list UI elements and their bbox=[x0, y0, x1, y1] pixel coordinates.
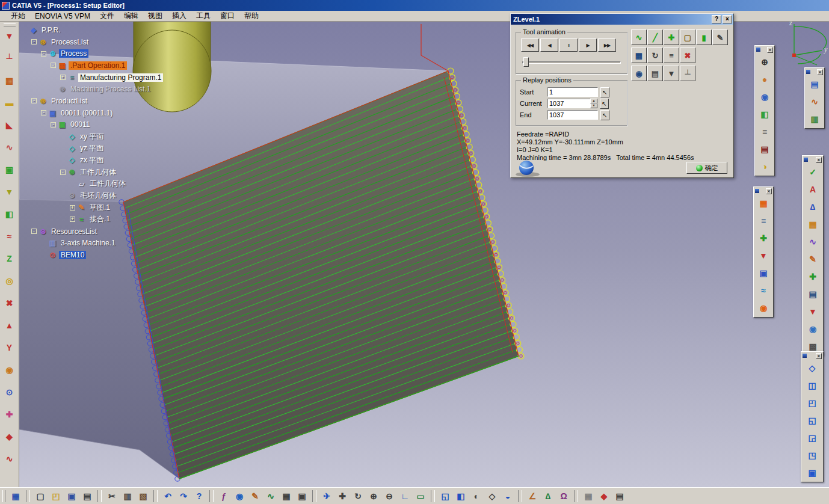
rotate-icon[interactable]: ↻ bbox=[351, 489, 365, 503]
bottom-view-icon[interactable]: ▣ bbox=[805, 466, 819, 480]
fly-mode-icon[interactable]: ✈ bbox=[319, 489, 334, 503]
left-view-icon[interactable]: ◱ bbox=[805, 413, 819, 428]
dialog-close-button[interactable]: × bbox=[723, 15, 732, 23]
hide-show-icon[interactable]: ◒ bbox=[501, 489, 515, 503]
add-feature-icon[interactable]: ✚ bbox=[756, 231, 771, 245]
menu-item-1[interactable]: 开始 bbox=[6, 10, 30, 22]
display-tool-icon[interactable]: ╱ bbox=[647, 29, 663, 45]
fx-icon[interactable]: ƒ bbox=[217, 489, 231, 503]
grid-icon[interactable]: ▦ bbox=[581, 489, 596, 503]
sheet-icon[interactable]: ▥ bbox=[807, 112, 822, 126]
spiral-milling-icon[interactable]: ◎ bbox=[2, 274, 17, 288]
close-toolbar-icon[interactable]: × bbox=[767, 47, 773, 53]
menu-item-3[interactable]: 文件 bbox=[95, 10, 119, 22]
pencil-operation-icon[interactable]: ✖ bbox=[2, 296, 17, 310]
offset-group-icon[interactable]: ≈ bbox=[756, 283, 771, 298]
export-icon[interactable]: ▼ bbox=[806, 304, 820, 319]
curve-following-icon[interactable]: ∿ bbox=[2, 140, 17, 155]
knowledge-pen-icon[interactable]: ✎ bbox=[248, 489, 262, 503]
step-back-button[interactable]: ◀ bbox=[540, 38, 558, 52]
tree-expander-icon[interactable]: - bbox=[31, 39, 37, 45]
tree-expander-icon[interactable]: - bbox=[51, 63, 56, 68]
measure-icon[interactable]: ∠ bbox=[525, 489, 540, 503]
fit-all-icon[interactable]: ▭ bbox=[413, 489, 428, 503]
inertia-icon[interactable]: Ω bbox=[556, 489, 571, 503]
spinner-down-icon[interactable]: ▾ bbox=[590, 103, 597, 108]
magnifier-icon[interactable]: ⊕ bbox=[757, 55, 772, 69]
graph-icon[interactable]: ∿ bbox=[263, 489, 278, 503]
quick-print-icon[interactable]: ▤ bbox=[612, 489, 627, 503]
tree-item-label[interactable]: zx 平面 bbox=[78, 155, 105, 165]
sequential-axial-icon[interactable]: Y bbox=[2, 340, 17, 355]
photo-icon[interactable]: ◉ bbox=[631, 66, 647, 81]
menu-item-9[interactable]: 帮助 bbox=[239, 10, 263, 22]
reaming-icon[interactable]: ✚ bbox=[2, 407, 17, 422]
zoom-out-icon[interactable]: ⊖ bbox=[382, 489, 396, 503]
tree-item-label[interactable]: ProductList bbox=[49, 97, 89, 105]
facing-finish-icon[interactable]: ▼ bbox=[2, 185, 17, 199]
feed-table-icon[interactable]: ▦ bbox=[631, 48, 647, 63]
toolbar-grip[interactable] bbox=[2, 490, 5, 502]
tree-item-label[interactable]: 工件几何体 bbox=[78, 167, 118, 177]
remove-feature-icon[interactable]: ▼ bbox=[756, 248, 771, 263]
annotate-icon[interactable]: ✎ bbox=[712, 29, 728, 45]
end-input[interactable] bbox=[547, 110, 598, 120]
spinner-up-icon[interactable]: ▴ bbox=[590, 99, 597, 103]
feature-view-icon[interactable]: ▦ bbox=[756, 196, 771, 211]
lighting-icon[interactable]: ◑ bbox=[757, 159, 772, 174]
tapping-icon[interactable]: ∿ bbox=[2, 452, 17, 466]
sketch-tools-icon[interactable]: ✎ bbox=[806, 252, 820, 266]
snap-icon[interactable]: ◆ bbox=[597, 489, 611, 503]
table-output-icon[interactable]: ▤ bbox=[806, 287, 820, 301]
tree-expander-icon[interactable]: - bbox=[41, 110, 46, 115]
tree-item-label[interactable]: .Part Operation.1 bbox=[69, 61, 127, 70]
menu-item-6[interactable]: 插入 bbox=[167, 10, 191, 22]
render-style-icon[interactable]: ◧ bbox=[757, 107, 772, 121]
end-pick-button[interactable]: ↖ bbox=[600, 110, 609, 120]
measure-item-icon[interactable]: ∆ bbox=[541, 489, 555, 503]
open-icon[interactable]: ◰ bbox=[49, 489, 63, 503]
pocketing-finish-icon[interactable]: ▣ bbox=[2, 162, 17, 177]
sweeping-icon[interactable]: ≈ bbox=[2, 229, 17, 244]
display-tool-axis-icon[interactable]: ▮ bbox=[696, 29, 712, 45]
shaded-sphere-icon[interactable]: ● bbox=[757, 72, 772, 87]
machining-time-icon[interactable]: ∆ bbox=[806, 200, 820, 214]
menu-item-8[interactable]: 窗口 bbox=[215, 10, 239, 22]
close-toolbar-icon[interactable]: × bbox=[817, 69, 823, 75]
tree-expander-icon[interactable]: - bbox=[31, 229, 37, 234]
toolbar-grip[interactable]: × bbox=[802, 352, 822, 359]
thread-milling-icon[interactable]: ▲ bbox=[2, 318, 17, 333]
tree-item-label[interactable]: 00011 (00011.1) bbox=[59, 109, 114, 117]
back-view-icon[interactable]: ◰ bbox=[805, 396, 819, 410]
tree-item-label[interactable]: 工件几何体 bbox=[88, 179, 128, 189]
tree-item-label[interactable]: ResourcesList bbox=[49, 227, 99, 236]
dashed-list-icon[interactable]: ≡ bbox=[757, 124, 772, 139]
menu-item-7[interactable]: 工具 bbox=[191, 10, 215, 22]
text-analysis-icon[interactable]: A bbox=[806, 182, 820, 197]
save-icon[interactable]: ▣ bbox=[64, 489, 79, 503]
profile-contouring-icon[interactable]: ◣ bbox=[2, 118, 17, 132]
video-check-icon[interactable]: ◉ bbox=[806, 322, 820, 336]
curve-analysis-icon[interactable]: ∿ bbox=[806, 235, 820, 249]
spot-drilling-icon[interactable]: ▼ bbox=[2, 29, 17, 43]
close-toolbar-icon[interactable]: × bbox=[816, 157, 822, 163]
replay-slider[interactable] bbox=[522, 57, 621, 67]
new-document-icon[interactable]: ▢ bbox=[33, 489, 48, 503]
film-icon[interactable]: ▤ bbox=[647, 66, 663, 81]
list-features-icon[interactable]: ≡ bbox=[756, 214, 771, 228]
quick-view-icon[interactable]: ◧ bbox=[454, 489, 468, 503]
capture-icon[interactable]: ◉ bbox=[756, 301, 771, 315]
helix-icon[interactable]: ∿ bbox=[807, 94, 822, 109]
menu-item-2[interactable]: ENOVIA V5 VPM bbox=[30, 11, 95, 21]
display-toolpath-icon[interactable]: ∿ bbox=[631, 29, 647, 45]
tree-expander-icon[interactable]: - bbox=[60, 170, 66, 175]
tree-expander-icon[interactable]: + bbox=[60, 75, 66, 80]
dialog-help-button[interactable]: ? bbox=[712, 15, 721, 23]
redo-icon[interactable]: ↷ bbox=[176, 489, 191, 503]
desktop-icon[interactable]: ▦ bbox=[8, 489, 23, 503]
geometry-zone-icon[interactable]: ▣ bbox=[756, 266, 771, 280]
tree-item-label[interactable]: Machining Process List.1 bbox=[69, 85, 152, 93]
tree-expander-icon[interactable]: + bbox=[70, 217, 75, 222]
toolbar-grip[interactable]: × bbox=[754, 188, 772, 194]
design-table-icon[interactable]: ▦ bbox=[279, 489, 294, 503]
